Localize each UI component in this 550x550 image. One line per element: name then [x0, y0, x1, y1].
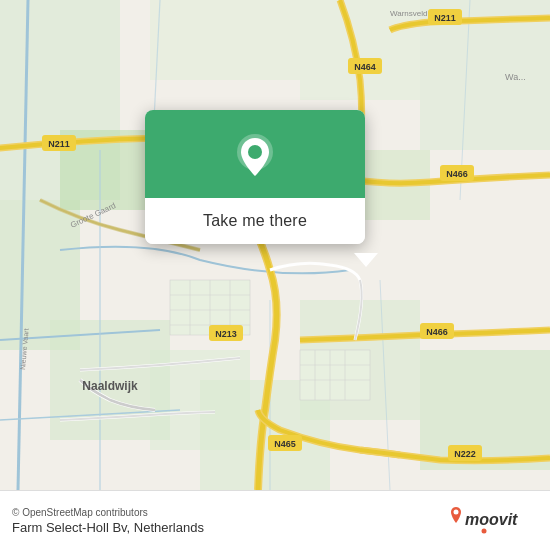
moovit-logo-svg: moovit: [448, 503, 538, 538]
svg-text:N222: N222: [454, 449, 476, 459]
svg-text:Naaldwijk: Naaldwijk: [82, 379, 138, 393]
copyright-text: © OpenStreetMap contributors: [12, 507, 204, 518]
svg-point-59: [454, 510, 459, 515]
popup-green-area: [145, 110, 365, 198]
popup-card: Take me there: [145, 110, 365, 244]
popup-triangle: [354, 253, 378, 267]
take-me-there-button[interactable]: Take me there: [145, 198, 365, 244]
svg-text:N465: N465: [274, 439, 296, 449]
svg-rect-6: [420, 350, 550, 470]
svg-text:N213: N213: [215, 329, 237, 339]
moovit-logo: moovit: [448, 503, 538, 538]
place-name: Farm Select-Holl Bv, Netherlands: [12, 520, 204, 535]
svg-text:N466: N466: [446, 169, 468, 179]
map-container: N211 N211 N464 N213 N213 N466 N466 N465 …: [0, 0, 550, 490]
location-pin-icon: [231, 132, 279, 180]
svg-text:moovit: moovit: [465, 511, 518, 528]
svg-text:N211: N211: [48, 139, 70, 149]
bottom-bar: © OpenStreetMap contributors Farm Select…: [0, 490, 550, 550]
svg-point-61: [482, 529, 487, 534]
map-svg: N211 N211 N464 N213 N213 N466 N466 N465 …: [0, 0, 550, 490]
svg-text:N464: N464: [354, 62, 376, 72]
svg-rect-9: [150, 0, 300, 80]
svg-text:N211: N211: [434, 13, 456, 23]
bottom-left-info: © OpenStreetMap contributors Farm Select…: [12, 507, 204, 535]
svg-rect-28: [300, 350, 370, 400]
svg-point-58: [248, 145, 262, 159]
svg-text:Warnsveld: Warnsveld: [390, 9, 428, 18]
svg-text:Wa...: Wa...: [505, 72, 526, 82]
svg-text:N466: N466: [426, 327, 448, 337]
